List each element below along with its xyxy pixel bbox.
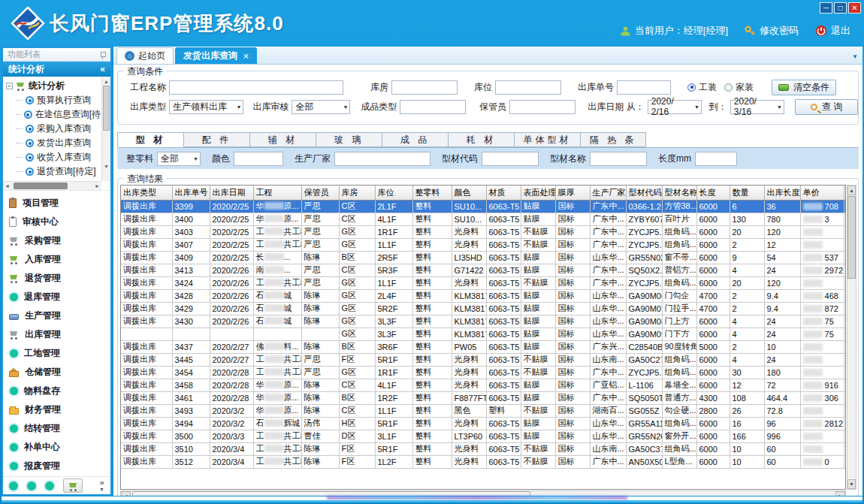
overflow-chevron[interactable]: »▼: [99, 479, 104, 493]
sidebar-item-审核中心[interactable]: 审核中心: [9, 213, 110, 231]
table-row[interactable]: 调拨出库34002020/2/25华原...严思C区4L1F整料SU10...6…: [121, 213, 846, 225]
material-tab-成品[interactable]: 成 品: [382, 132, 448, 147]
column-header-数量[interactable]: 数量: [730, 186, 764, 200]
table-row[interactable]: 调拨出库33992020/2/25华原...严思C区2L1F整料SU10...6…: [121, 200, 846, 213]
whole-part-select[interactable]: 全部▼: [157, 152, 201, 166]
column-header-长度[interactable]: 长度: [696, 186, 730, 200]
table-row[interactable]: 调拨出库34292020/2/26石城陈琳G区5R2F整料KLM38176063…: [121, 302, 846, 315]
location-input[interactable]: [495, 80, 561, 95]
table-row[interactable]: 调拨出库35102020/3/4工共工程陈琳F区5R1F整料光身料6063-T5…: [121, 442, 846, 455]
tree-item[interactable]: 在途信息查询[待: [5, 107, 101, 122]
order-no-input[interactable]: [617, 80, 671, 95]
table-vertical-scrollbar[interactable]: ▲ ▼: [847, 185, 856, 490]
search-button[interactable]: 查 询: [795, 99, 858, 115]
table-row[interactable]: 调拨出库35122020/3/4工共工程陈琳F区1L2F整料光身料6063-T5…: [121, 455, 846, 468]
table-row[interactable]: 调拨出库35002020/3/3工共工程曹佳D区3L1F整料LT3P606063…: [121, 430, 846, 442]
table-row[interactable]: 调拨出库34582020/2/28华原...陈琳C区4L1F整料光身料6063-…: [121, 379, 846, 391]
scroll-up-icon[interactable]: ▲: [847, 186, 856, 195]
column-header-工程[interactable]: 工程: [253, 186, 301, 200]
clear-conditions-button[interactable]: 清空条件: [772, 80, 836, 95]
sidebar-item-生产管理[interactable]: 生产管理: [9, 306, 110, 325]
column-header-出库类型[interactable]: 出库类型: [121, 186, 172, 200]
green-dot-icon[interactable]: [45, 481, 54, 490]
scroll-right-icon[interactable]: ►: [835, 491, 845, 496]
table-row[interactable]: 调拨出库34282020/2/26石城陈琳G区2L4F整料KLM38176063…: [121, 289, 846, 302]
tab-close-icon[interactable]: ×: [243, 51, 249, 62]
table-row[interactable]: 调拨出库34242020/2/26工共工程严思G区1L1F整料光身料6063-T…: [121, 276, 846, 289]
profile-code-input[interactable]: [482, 152, 539, 166]
column-header-库房[interactable]: 库房: [339, 186, 375, 200]
sidebar-item-采购管理[interactable]: 采购管理: [9, 231, 110, 250]
tree-horizontal-scrollbar[interactable]: ◄ ►: [3, 181, 101, 190]
table-row[interactable]: 调拨出库34032020/2/25工共工程严思G区1R1F整料光身料6063-T…: [121, 225, 846, 238]
table-row[interactable]: 调拨出库34612020/2/28华原...陈琳B区1R2F整料F8877FT6…: [121, 391, 846, 404]
radio-gongzhuang[interactable]: 工装: [687, 81, 717, 94]
tree-root-stats[interactable]: − 统计分析: [5, 78, 101, 93]
material-tab-隔热条[interactable]: 隔 热 条: [580, 132, 646, 147]
tree-item[interactable]: 采购入库查询: [5, 122, 101, 136]
radio-jiazhuang[interactable]: 家装: [724, 81, 754, 94]
material-tab-耗材[interactable]: 耗 材: [448, 132, 514, 147]
tree-vertical-scrollbar[interactable]: ▲ ▼: [101, 77, 110, 181]
scrollbar-thumb[interactable]: [14, 183, 68, 189]
tree-expander-icon[interactable]: −: [6, 83, 13, 89]
factory-input[interactable]: [334, 152, 430, 166]
material-tab-玻璃[interactable]: 玻 璃: [316, 132, 382, 147]
column-header-型材名称[interactable]: 型材名称: [662, 186, 696, 200]
column-header-材质[interactable]: 材质: [486, 186, 521, 200]
green-dot-icon[interactable]: [27, 481, 36, 490]
column-header-库位[interactable]: 库位: [375, 186, 412, 200]
logout-button[interactable]: 退出: [815, 24, 850, 38]
scroll-left-icon[interactable]: ◄: [5, 182, 10, 191]
table-row[interactable]: 调拨出库34072020/2/25工共工程严思G区1L1F整料光身料6063-T…: [121, 238, 846, 251]
scroll-down-icon[interactable]: ▼: [847, 479, 856, 489]
sidebar-item-退库管理[interactable]: 退库管理: [9, 288, 110, 306]
tab-起始页[interactable]: ⌂起始页: [116, 47, 174, 64]
maximize-button[interactable]: □: [834, 2, 847, 14]
column-header-出库长度[interactable]: 出库长度: [764, 186, 800, 200]
sidebar-item-补单中心[interactable]: 补单中心: [9, 438, 110, 457]
column-header-颜色[interactable]: 颜色: [452, 186, 486, 200]
material-tab-单体型材[interactable]: 单体型材: [514, 132, 580, 147]
table-row[interactable]: 调拨出库34452020/2/27工共工程严思F区5R1F整料光身料6063-T…: [121, 353, 846, 366]
sidebar-item-入库管理[interactable]: 入库管理: [9, 250, 110, 269]
sidebar-item-财务管理[interactable]: 财务管理: [9, 400, 110, 419]
scrollbar-thumb[interactable]: [847, 196, 856, 279]
tree-item[interactable]: 预算执行查询: [5, 93, 101, 107]
sidebar-item-仓储管理[interactable]: 仓储管理: [9, 363, 110, 382]
chevron-down-icon[interactable]: ▼: [852, 53, 858, 60]
sidebar-item-项目管理[interactable]: 项目管理: [9, 194, 110, 213]
table-horizontal-scrollbar[interactable]: ◄ ►: [120, 490, 846, 496]
table-row[interactable]: 调拨出库34942020/3/2石辉城汤伟H区5R1F整料光身料6063-T5贴…: [121, 417, 846, 430]
table-row[interactable]: 调拨出库34372020/2/27佛料...陈琳B区3R6F整料PW056063…: [121, 340, 846, 353]
column-header-出库日期[interactable]: 出库日期: [210, 186, 253, 200]
column-header-金[interactable]: 金: [844, 186, 846, 200]
column-header-单价[interactable]: 单价: [800, 186, 844, 200]
date-to-picker[interactable]: 2020/ 3/16▼: [730, 100, 784, 114]
material-tab-配件[interactable]: 配 件: [183, 132, 249, 147]
outbound-audit-select[interactable]: 全部▼: [292, 100, 350, 114]
material-tab-辅材[interactable]: 辅 材: [249, 132, 316, 147]
tree-item[interactable]: 退货查询[待定]: [5, 164, 101, 179]
outbound-type-select[interactable]: 生产领料出库▼: [169, 100, 243, 114]
column-header-表面处理[interactable]: 表面处理: [521, 186, 555, 200]
material-tab-型材[interactable]: 型 材: [117, 132, 183, 147]
table-row[interactable]: 调拨出库34542020/2/28工共工程严思G区1R1F整料光身料6063-T…: [121, 366, 846, 379]
sidebar-item-物料盘存[interactable]: 物料盘存: [9, 382, 110, 400]
tree-item[interactable]: 发货出库查询: [5, 136, 101, 150]
cart-shortcut-button[interactable]: [63, 478, 83, 493]
collapse-icon[interactable]: «: [100, 64, 105, 74]
table-row[interactable]: 调拨出库34932020/3/2华原...陈琳C区1L1F整料黑色塑料不贴膜国标…: [121, 404, 846, 417]
color-input[interactable]: [234, 152, 283, 166]
column-header-整零料[interactable]: 整零料: [412, 186, 452, 200]
column-header-出库单号[interactable]: 出库单号: [172, 186, 210, 200]
project-name-input[interactable]: [169, 80, 343, 95]
tab-发货出库查询[interactable]: 发货出库查询×: [175, 47, 257, 64]
minimize-button[interactable]: ─: [820, 2, 832, 14]
keeper-input[interactable]: [509, 100, 575, 114]
column-header-型材代码[interactable]: 型材代码: [626, 186, 662, 200]
product-type-input[interactable]: [400, 100, 466, 114]
column-header-生产厂家[interactable]: 生产厂家: [590, 186, 626, 200]
sidebar-item-退货管理[interactable]: 退货管理: [9, 269, 110, 288]
sidebar-item-结转管理[interactable]: 结转管理: [9, 419, 110, 438]
